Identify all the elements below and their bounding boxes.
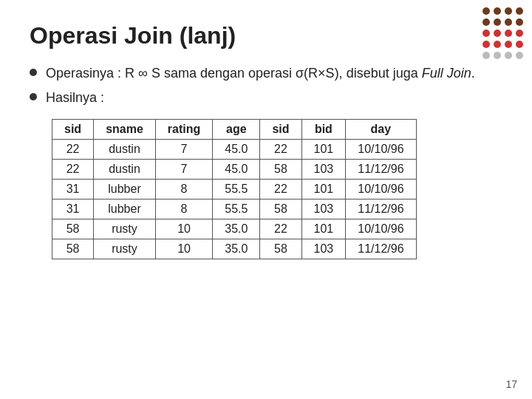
col-header-age: age	[213, 120, 260, 140]
cell-r0-c6: 10/10/96	[346, 140, 416, 160]
page-container: Operasi Join (lanj) Operasinya : R ∞ S s…	[0, 0, 532, 399]
bullet-item-1: Operasinya : R ∞ S sama dengan operasi σ…	[30, 64, 502, 83]
cell-r0-c3: 45.0	[213, 140, 260, 160]
cell-r1-c1: dustin	[94, 160, 156, 180]
cell-r0-c1: dustin	[94, 140, 156, 160]
cell-r1-c4: 58	[260, 160, 301, 180]
italic-text: Full Join	[422, 66, 471, 81]
table-wrapper: sid sname rating age sid bid day 22dusti…	[52, 119, 502, 259]
cell-r2-c5: 101	[301, 180, 346, 200]
cell-r1-c6: 11/12/96	[346, 160, 416, 180]
cell-r5-c0: 58	[52, 239, 94, 259]
bullet-dot-2	[30, 93, 37, 100]
cell-r4-c5: 101	[301, 219, 346, 239]
cell-r3-c5: 103	[301, 200, 346, 219]
cell-r0-c2: 7	[155, 140, 212, 160]
cell-r4-c4: 22	[260, 219, 301, 239]
dot	[505, 52, 512, 59]
dot	[516, 52, 523, 59]
dot	[516, 30, 523, 37]
cell-r5-c6: 11/12/96	[346, 239, 416, 259]
cell-r4-c3: 35.0	[213, 219, 260, 239]
cell-r3-c0: 31	[52, 200, 94, 219]
cell-r5-c1: rusty	[94, 239, 156, 259]
dot	[516, 7, 523, 15]
cell-r3-c3: 55.5	[213, 200, 260, 219]
dot	[516, 18, 523, 26]
dot	[482, 18, 490, 26]
dot	[505, 18, 512, 26]
dot	[516, 41, 523, 48]
decorative-dots	[482, 7, 525, 61]
cell-r0-c0: 22	[52, 140, 94, 160]
cell-r2-c1: lubber	[94, 180, 156, 200]
cell-r0-c5: 101	[301, 140, 346, 160]
dot	[494, 52, 501, 59]
cell-r1-c3: 45.0	[213, 160, 260, 180]
cell-r5-c5: 103	[301, 239, 346, 259]
col-header-rating: rating	[155, 120, 212, 140]
cell-r5-c4: 58	[260, 239, 301, 259]
cell-r1-c5: 103	[301, 160, 346, 180]
cell-r3-c4: 58	[260, 200, 301, 219]
cell-r0-c4: 22	[260, 140, 301, 160]
cell-r2-c6: 10/10/96	[346, 180, 416, 200]
bullet-text-1: Operasinya : R ∞ S sama dengan operasi σ…	[46, 64, 502, 83]
bullet-text-2: Hasilnya :	[46, 89, 502, 107]
page-number: 17	[505, 378, 517, 390]
dot	[494, 7, 501, 15]
cell-r2-c4: 22	[260, 180, 301, 200]
bullet-list: Operasinya : R ∞ S sama dengan operasi σ…	[30, 64, 502, 107]
cell-r2-c3: 55.5	[213, 180, 260, 200]
col-header-bid: bid	[301, 120, 346, 140]
cell-r3-c2: 8	[155, 200, 212, 219]
table-row: 31lubber855.52210110/10/96	[52, 180, 417, 200]
col-header-sid2: sid	[260, 120, 301, 140]
table-row: 58rusty1035.02210110/10/96	[52, 219, 417, 239]
table-header-row: sid sname rating age sid bid day	[52, 120, 417, 140]
cell-r5-c2: 10	[155, 239, 212, 259]
dot	[494, 41, 501, 48]
dot	[505, 41, 512, 48]
dot	[505, 7, 512, 15]
table-row: 31lubber855.55810311/12/96	[52, 200, 417, 219]
dot	[494, 18, 501, 26]
page-title: Operasi Join (lanj)	[30, 22, 502, 50]
cell-r4-c2: 10	[155, 219, 212, 239]
cell-r4-c1: rusty	[94, 219, 156, 239]
dot	[482, 30, 490, 37]
table-row: 58rusty1035.05810311/12/96	[52, 239, 417, 259]
dot	[482, 7, 490, 15]
col-header-sid1: sid	[52, 120, 94, 140]
bullet-item-2: Hasilnya :	[30, 89, 502, 107]
cell-r3-c1: lubber	[94, 200, 156, 219]
bullet-dot-1	[30, 69, 37, 76]
cell-r4-c0: 58	[52, 219, 94, 239]
table-row: 22dustin745.02210110/10/96	[52, 140, 417, 160]
table-row: 22dustin745.05810311/12/96	[52, 160, 417, 180]
cell-r4-c6: 10/10/96	[346, 219, 416, 239]
col-header-sname: sname	[94, 120, 156, 140]
dot	[482, 41, 490, 48]
dot	[494, 30, 501, 37]
cell-r2-c2: 8	[155, 180, 212, 200]
cell-r5-c3: 35.0	[213, 239, 260, 259]
cell-r3-c6: 11/12/96	[346, 200, 416, 219]
cell-r2-c0: 31	[52, 180, 94, 200]
cell-r1-c0: 22	[52, 160, 94, 180]
dot	[482, 52, 490, 59]
col-header-day: day	[346, 120, 416, 140]
dot	[505, 30, 512, 37]
cell-r1-c2: 7	[155, 160, 212, 180]
result-table: sid sname rating age sid bid day 22dusti…	[52, 119, 417, 259]
